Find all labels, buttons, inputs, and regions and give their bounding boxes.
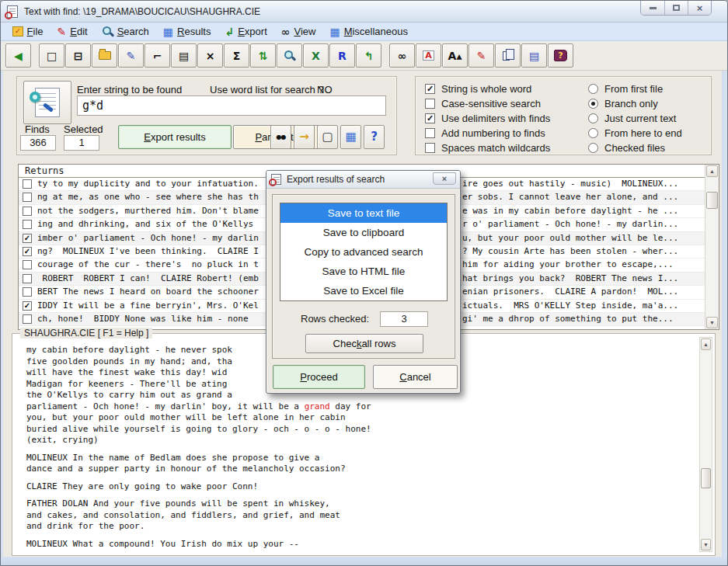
row-checkbox[interactable] [23,314,32,324]
export-option-save-to-html-file[interactable]: Save to HTML file [280,262,447,281]
save-edit-button[interactable]: ✎ [118,43,144,68]
scroll-up-icon[interactable]: ▲ [706,165,718,177]
open-folder-button[interactable] [92,43,117,68]
radio-icon[interactable] [588,128,598,138]
scroll-up-icon[interactable]: ▲ [701,339,711,350]
checkbox-checked-icon[interactable]: ✓ [425,84,435,94]
split-window-button[interactable]: ⊟ [65,43,91,68]
menu-file[interactable]: ✓File [5,23,51,40]
refresh-doc-button[interactable]: ⇅ [250,43,276,68]
row-text-left: imber o' parliament - Och hone! - my dar… [37,233,259,243]
form-edit-button[interactable]: ▤ [521,43,547,68]
binoculars-button[interactable]: ●● [270,125,291,149]
option-spaces-match-wildcards[interactable]: Spaces match wildcards [425,141,550,155]
help-button[interactable]: ? [364,125,385,149]
search-button[interactable] [23,81,71,124]
scope-branch-only[interactable]: Branch only [588,97,658,110]
row-checkbox[interactable] [23,179,32,189]
grid-button[interactable]: ▦ [340,125,361,149]
export-options-list: Save to text fileSave to clipboardCopy t… [280,203,448,301]
scope-checked-files[interactable]: Checked files [588,141,665,155]
viewer-scrollbar[interactable]: ▲ ▼ [699,337,712,552]
go-arrow-button[interactable]: → [294,125,315,149]
cancel-button[interactable]: Cancel [373,365,458,389]
proceed-button[interactable]: Proceed [273,365,365,389]
menu-edit[interactable]: ✎Edit [51,23,95,40]
red-a-doc-button[interactable]: A [416,43,441,68]
dialog-title-bar[interactable]: Export results of search × [266,171,460,189]
delete-x-button[interactable]: × [197,43,223,68]
viewer-blank-line [26,475,696,481]
option-string-is-whole-word[interactable]: ✓String is whole word [425,82,531,95]
row-checkbox[interactable] [23,260,32,269]
search-input[interactable] [77,95,386,116]
dialog-close-button[interactable]: × [433,172,456,185]
checkbox-icon[interactable] [425,128,435,138]
returns-scrollbar[interactable]: ▲ ▼ [705,165,719,329]
menu-export[interactable]: ↲Export [218,23,273,40]
row-text-left: BERT The news I heard on board the schoo… [37,286,259,297]
row-checkbox[interactable] [23,287,32,297]
minimize-button[interactable] [641,1,664,15]
radio-icon[interactable] [588,113,598,123]
export-option-save-to-clipboard[interactable]: Save to clipboard [280,223,447,242]
view-glasses-button[interactable]: ∞ [389,43,415,68]
menu-search[interactable]: Search [95,23,156,40]
help-book-icon: ? [554,50,566,61]
window-button[interactable]: ▢ [317,125,338,149]
export-option-copy-to-advanced-search[interactable]: Copy to advanced search [280,242,447,262]
menu-results[interactable]: ▦Results [156,23,218,40]
menu-view[interactable]: ∞View [274,23,323,40]
font-size-icon: A▴ [448,50,462,61]
document-lines-button[interactable]: ▤ [171,43,197,68]
scroll-down-icon[interactable]: ▼ [701,539,711,550]
scope-just-current-text[interactable]: Just current text [588,112,676,125]
export-arrow-button[interactable]: ↰ [356,43,381,68]
search-button[interactable] [277,43,302,68]
row-checkbox-checked[interactable]: ✓ [23,301,32,311]
option-case-sensitive-search[interactable]: Case-sensitive search [425,97,541,110]
close-button[interactable]: × [688,1,711,15]
exit-door-button[interactable]: ◀ [5,43,31,68]
option-use-delimiters-with-finds[interactable]: ✓Use delimiters with finds [425,112,550,125]
row-checkbox[interactable] [23,207,32,216]
copy-button[interactable] [495,43,521,68]
export-results-button[interactable]: Export results [118,125,232,149]
row-checkbox-checked[interactable]: ✓ [23,234,32,243]
single-window-button[interactable]: □ [39,43,64,68]
row-text-right: r o' parliament - Och hone! - my darlin.… [462,219,678,229]
viewer-line: MOLINEUX What a compound! You Irish do m… [26,539,696,550]
option-add-numbering-to-finds[interactable]: Add numbering to finds [425,127,545,140]
scope-from-first-file[interactable]: From first file [588,82,663,95]
radio-icon[interactable] [588,84,598,94]
row-checkbox[interactable] [23,193,32,202]
red-pen-button[interactable]: ✎ [468,43,494,68]
radio-icon[interactable] [588,143,598,153]
check-all-rows-button[interactable]: Check all rows [305,334,423,353]
corner-window-button[interactable]: ⌐ [145,43,170,68]
scope-from-here-to-end[interactable]: From here to end [588,127,682,140]
font-size-button[interactable]: A▴ [442,43,468,68]
row-checkbox-checked[interactable]: ✓ [23,247,32,256]
checkbox-checked-icon[interactable]: ✓ [425,113,435,123]
checkbox-icon[interactable] [425,143,435,153]
sum-button[interactable]: Σ [224,43,249,68]
viewer-line: CLAIRE They are only going to wake poor … [26,481,696,493]
r-button[interactable]: R [329,43,355,68]
export-option-save-to-excel-file[interactable]: Save to Excel file [280,281,447,300]
row-text-right: ictuals. MRS O'KELLY Step inside, ma'a..… [462,300,678,311]
viewer-scroll-thumb[interactable] [701,468,711,488]
row-checkbox[interactable] [23,274,32,283]
option-label: From here to end [604,127,682,139]
scroll-down-icon[interactable]: ▼ [706,317,718,328]
export-option-save-to-text-file[interactable]: Save to text file [280,203,447,223]
menu-miscellaneous[interactable]: ▦Miscellaneous [322,23,415,40]
row-checkbox[interactable] [23,220,32,229]
viewer-line: parliament - Och hone! - my darlin' boy,… [26,401,696,413]
checkbox-icon[interactable] [425,99,435,109]
help-book-button[interactable]: ? [548,43,573,68]
returns-scroll-thumb[interactable] [706,192,718,209]
maximize-button[interactable] [664,1,688,15]
excel-button[interactable]: X [303,43,329,68]
radio-selected-icon[interactable] [588,99,598,109]
